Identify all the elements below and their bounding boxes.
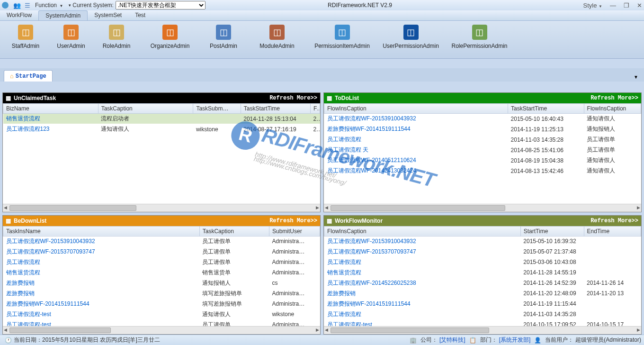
table-row[interactable]: 差旅费报销通知报销人cs [3,278,320,288]
cell[interactable]: 员工请假流程WF-20153707093747 [324,246,521,257]
cell[interactable]: 员工请假流程WF-20142413032424 [324,166,508,176]
table-row[interactable]: 销售退货流程销售退货单Administra… [3,267,320,278]
tab-startpage[interactable]: ⌂ StartPage [4,70,53,82]
cell[interactable]: 员工请假流程WF-20153707093747 [3,246,200,257]
table-row[interactable]: 员工请假流程WF-201424130324242014-08-13 15:42:… [324,166,641,176]
company-link[interactable]: [艾特科技] [439,336,465,344]
h-scrollbar[interactable] [324,326,641,334]
table-row[interactable]: 员工请假流程WF-201405121106242014-08-19 15:04:… [324,155,641,166]
cell: 2014-11-20 13 [584,288,641,299]
table-row[interactable]: 员工请假流程2014-11-03 14:35:28员工请假单 [324,135,641,145]
cell[interactable]: 差旅费报销WF-20141519111544 [3,299,200,309]
ribbon-permissionitemadmin[interactable]: ◫PermissionItemAdmin [308,23,376,56]
dropdown-icon[interactable]: ▼ [68,3,72,8]
list-icon[interactable]: ☰ [25,2,30,9]
cell[interactable]: 差旅费报销 [3,278,200,288]
dashboard-grid: ▦UnClaimedTaskRefresh More>>BizNameTaskC… [2,92,642,335]
h-scrollbar[interactable] [324,204,641,212]
refresh-link[interactable]: Refresh More>> [590,95,638,101]
tab-workflow[interactable]: WorkFlow [0,10,38,20]
table-row[interactable]: 员工请假流程WF-201537070937472015-05-07 21:37:… [324,246,641,257]
cell[interactable]: 销售退货流程 [3,114,98,124]
system-select[interactable]: .NET快速开发整合框架 [116,1,206,9]
cell[interactable]: 员工请假流程WF-20153910043932 [3,236,200,246]
close-button[interactable]: ✕ [637,2,642,9]
ribbon-useradmin[interactable]: ◫UserAdmin [48,23,94,56]
table-row[interactable]: 员工请假流程WF-201452260252382014-11-26 14:52:… [324,278,641,288]
refresh-link[interactable]: Refresh More>> [269,218,317,224]
permissionitemadmin-icon: ◫ [335,25,350,40]
ribbon-moduleadmin[interactable]: ◫ModuleAdmin [246,23,308,56]
cell[interactable]: 员工请假流程-test [3,319,200,326]
cell[interactable]: 员工请假流程-test [3,309,200,319]
cell[interactable]: 员工请假流程WF-20153910043932 [324,114,508,124]
cell[interactable]: 员工请假流程 [324,257,521,267]
table-row[interactable]: 员工请假流程员工请假单Administra… [3,257,320,267]
tab-startpage-label: StartPage [16,73,46,80]
tab-systemset[interactable]: SystemSet [88,10,128,20]
cell[interactable]: 差旅费报销WF-20141519111544 [324,299,521,309]
tabs-dropdown-icon[interactable]: ▼ [632,73,640,82]
cell[interactable]: 员工请假流程 [324,309,521,319]
maximize-button[interactable]: ❐ [624,2,629,9]
table-row[interactable]: 员工请假流程WF-20153707093747员工请假单Administra… [3,246,320,257]
ribbon-staffadmin[interactable]: ◫StaffAdmin [3,23,48,56]
cell[interactable]: 员工请假流程 [3,257,200,267]
cell[interactable]: 差旅费报销 [3,288,200,299]
table-row[interactable]: 员工请假流程WF-201539100439322015-05-10 16:39:… [324,236,641,246]
table-row[interactable]: 员工请假流程123通知请假人wikstone2014-08-27 17:16:1… [3,124,320,135]
cell[interactable]: 员工请假流程 天 [324,145,508,155]
table-row[interactable]: 销售退货流程2014-11-28 14:55:19 [324,267,641,278]
refresh-link[interactable]: Refresh More>> [269,95,317,101]
table-row[interactable]: 员工请假流程2014-11-03 14:35:28 [324,309,641,319]
cell[interactable]: 员工请假流程-test [324,319,521,326]
refresh-link[interactable]: Refresh More>> [590,218,638,224]
table-row[interactable]: 差旅费报销WF-20141519111544填写差旅报销单Administra… [3,299,320,309]
ribbon-rolepermissionadmin[interactable]: ◫RolePermissionAdmin [445,23,514,56]
ribbon-postadmin[interactable]: ◫PostAdmin [201,23,246,56]
cell [584,267,641,278]
table-row[interactable]: 员工请假流程WF-201539100439322015-05-10 16:40:… [324,114,641,124]
h-scrollbar[interactable] [3,204,320,212]
table-row[interactable]: 员工请假流程WF-20153910043932员工请假单Administra… [3,236,320,246]
table-row[interactable]: 差旅费报销WF-201415191115442014-11-19 11:15:4… [324,299,641,309]
cell: Administra… [269,257,320,267]
cell[interactable]: 员工请假流程WF-20145226025238 [324,278,521,288]
dept-label: 部门： [480,336,497,344]
table-row[interactable]: 差旅费报销WF-201415191115442014-11-19 11:25:1… [324,124,641,135]
table-row[interactable]: 员工请假流程-test2014-10-15 17:09:522014-10-15… [324,319,641,326]
style-menu[interactable]: Style ▼ [583,2,602,9]
tab-test[interactable]: Test [128,10,152,20]
cell[interactable]: 员工请假流程123 [3,124,98,135]
panel-bedown: ▦BeDownListRefresh More>>TaskInsNameTask… [2,215,321,335]
cell[interactable]: 差旅费报销 [324,288,521,299]
cell: Administra… [269,236,320,246]
table-row[interactable]: 员工请假流程2015-03-06 10:43:08 [324,257,641,267]
h-scrollbar[interactable] [3,326,320,334]
ribbon-userpermissionadmin[interactable]: ◫UserPermissionAdmin [376,23,445,56]
cell[interactable]: 差旅费报销WF-20141519111544 [324,124,508,135]
function-menu[interactable]: Function ▼ [32,2,67,9]
ribbon-roleadmin[interactable]: ◫RoleAdmin [94,23,139,56]
users-icon[interactable]: 👥 [13,2,21,9]
cell: 20 [310,114,320,124]
dept-link[interactable]: [系统开发部] [499,336,531,344]
table-row[interactable]: 员工请假流程-test通知请假人wikstone [3,309,320,319]
cell[interactable]: 员工请假流程WF-20140512110624 [324,155,508,166]
tab-systemadmin[interactable]: SystemAdmin [38,10,88,20]
table-row[interactable]: 员工请假流程-test员工请假单Administra… [3,319,320,326]
cell[interactable]: 销售退货流程 [3,267,200,278]
ribbon-label: RoleAdmin [94,43,139,49]
ribbon-organizeadmin[interactable]: ◫OrganizeAdmin [139,23,201,56]
cell: 2014-11-19 11:15:44 [520,299,584,309]
table-row[interactable]: 差旅费报销填写差旅报销单Administra… [3,288,320,299]
data-grid: FlowInsCaptionTaskStartTimeFlowInsCaptio… [324,103,641,204]
table-row[interactable]: 差旅费报销2014-11-20 12:48:092014-11-20 13 [324,288,641,299]
cell: 通知请假人 [584,166,641,176]
cell[interactable]: 员工请假流程 [324,135,508,145]
table-row[interactable]: 员工请假流程 天2014-08-25 15:41:06员工请假单 [324,145,641,155]
table-row[interactable]: 销售退货流程流程启动者2014-11-28 15:13:0420 [3,114,320,124]
cell[interactable]: 员工请假流程WF-20153910043932 [324,236,521,246]
minimize-button[interactable]: — [610,2,616,9]
cell[interactable]: 销售退货流程 [324,267,521,278]
